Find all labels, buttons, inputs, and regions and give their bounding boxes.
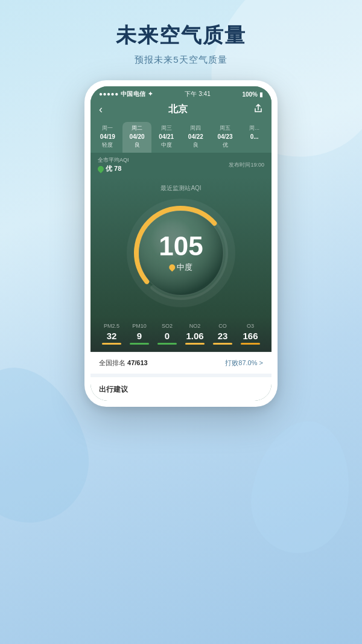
- gauge-quality-label: 中度: [159, 262, 203, 273]
- metric-pm10-name: PM10: [125, 323, 153, 329]
- metric-so2-bar: [157, 343, 177, 345]
- day-week-tue: 周二: [124, 124, 151, 132]
- metric-no2-bar: [185, 343, 205, 345]
- nav-bar: ‹ 北京: [91, 101, 272, 120]
- ranking-right[interactable]: 打败87.0% >: [225, 359, 263, 368]
- leaf-icon-green: [97, 164, 105, 173]
- status-bar: ●●●●● 中国电信 ✦ 下午 3:41 100% ▮: [91, 86, 272, 101]
- page-title: 未来空气质量: [0, 22, 362, 49]
- day-date-thu: 04/22: [182, 133, 209, 140]
- gauge-center: 105 中度: [159, 233, 203, 273]
- day-date-wed: 04/21: [153, 133, 180, 140]
- page-header: 未来空气质量 预报未来5天空气质量: [0, 0, 362, 75]
- day-date-tue: 04/20: [124, 133, 151, 140]
- metric-pm25-value: 32: [98, 331, 125, 341]
- metric-o3: O3 166: [237, 323, 264, 345]
- metric-pm25-bar: [102, 343, 121, 345]
- day-item-tue[interactable]: 周二 04/20 良: [122, 122, 152, 153]
- metric-no2-value: 1.06: [181, 331, 209, 341]
- day-week-mon: 周一: [94, 124, 121, 132]
- metric-co-bar: [213, 343, 232, 345]
- day-week-thu: 周四: [182, 124, 209, 132]
- day-item-wed[interactable]: 周三 04/21 中度: [151, 122, 181, 153]
- city-avg-label: 全市平均AQI: [98, 156, 129, 164]
- day-week-fri: 周五: [212, 124, 239, 132]
- advice-row: 出行建议: [91, 374, 272, 401]
- metric-no2: NO2 1.06: [181, 323, 209, 345]
- city-avg-value: 优 78: [98, 164, 129, 173]
- metrics-section: PM2.5 32 PM10 9 SO2 0 N: [91, 317, 272, 352]
- day-quality-tue: 良: [124, 141, 151, 149]
- day-week-wed: 周三: [153, 124, 180, 132]
- back-button[interactable]: ‹: [99, 103, 103, 116]
- metric-so2-value: 0: [153, 331, 181, 341]
- day-date-sat: 0...: [241, 133, 268, 140]
- day-week-sat: 周...: [241, 124, 268, 132]
- metrics-grid: PM2.5 32 PM10 9 SO2 0 N: [98, 323, 264, 345]
- advice-label: 出行建议: [99, 385, 128, 394]
- metric-o3-value: 166: [237, 331, 264, 341]
- share-button[interactable]: [253, 104, 263, 115]
- publish-time: 发布时间19:00: [229, 161, 264, 169]
- nav-city-title: 北京: [168, 103, 188, 116]
- day-selector: 周一 04/19 轻度 周二 04/20 良 周三 04/21 中度 周四 04…: [91, 120, 272, 153]
- day-date-mon: 04/19: [94, 133, 121, 140]
- metric-pm25-name: PM2.5: [98, 323, 125, 329]
- bg-decoration-3: [243, 413, 361, 561]
- status-battery: 100% ▮: [242, 91, 263, 98]
- gauge-leaf-icon: [168, 263, 176, 272]
- metric-pm25: PM2.5 32: [98, 323, 125, 345]
- ranking-row[interactable]: 全国排名 47/613 打败87.0% >: [91, 352, 272, 374]
- day-item-sat[interactable]: 周... 0...: [240, 122, 269, 153]
- day-date-fri: 04/23: [212, 133, 239, 140]
- metric-so2-name: SO2: [153, 323, 181, 329]
- metric-o3-bar: [241, 343, 260, 345]
- day-quality-mon: 轻度: [94, 141, 121, 149]
- phone-wrapper: ●●●●● 中国电信 ✦ 下午 3:41 100% ▮ ‹ 北京: [0, 80, 362, 407]
- day-quality-wed: 中度: [153, 141, 180, 149]
- gauge-label: 最近监测站AQI: [160, 184, 201, 193]
- gauge-section: 最近监测站AQI: [91, 177, 272, 317]
- metric-so2: SO2 0: [153, 323, 181, 345]
- day-quality-thu: 良: [182, 141, 209, 149]
- page-subtitle: 预报未来5天空气质量: [0, 54, 362, 66]
- day-item-fri[interactable]: 周五 04/23 优: [211, 122, 240, 153]
- metric-o3-name: O3: [237, 323, 264, 329]
- aqi-info-bar: 全市平均AQI 优 78 发布时间19:00: [91, 153, 272, 177]
- day-item-mon[interactable]: 周一 04/19 轻度: [93, 122, 122, 153]
- metric-no2-name: NO2: [181, 323, 209, 329]
- metric-pm10: PM10 9: [125, 323, 153, 345]
- status-time: 下午 3:41: [185, 90, 210, 98]
- gauge-container: 105 中度: [127, 199, 235, 307]
- phone-screen: ●●●●● 中国电信 ✦ 下午 3:41 100% ▮ ‹ 北京: [91, 86, 272, 401]
- ranking-left: 全国排名 47/613: [99, 359, 148, 368]
- phone-frame: ●●●●● 中国电信 ✦ 下午 3:41 100% ▮ ‹ 北京: [84, 80, 278, 407]
- battery-icon: ▮: [259, 91, 263, 98]
- metric-co: CO 23: [209, 323, 237, 345]
- metric-pm10-value: 9: [125, 331, 153, 341]
- day-item-thu[interactable]: 周四 04/22 良: [181, 122, 211, 153]
- metric-co-value: 23: [209, 331, 237, 341]
- metric-co-name: CO: [209, 323, 237, 329]
- gauge-aqi-value: 105: [159, 233, 203, 260]
- day-quality-fri: 优: [212, 141, 239, 149]
- city-avg-section: 全市平均AQI 优 78: [98, 156, 129, 173]
- status-carrier: ●●●●● 中国电信 ✦: [99, 90, 153, 98]
- ranking-value: 47/613: [127, 359, 148, 366]
- metric-pm10-bar: [130, 343, 149, 345]
